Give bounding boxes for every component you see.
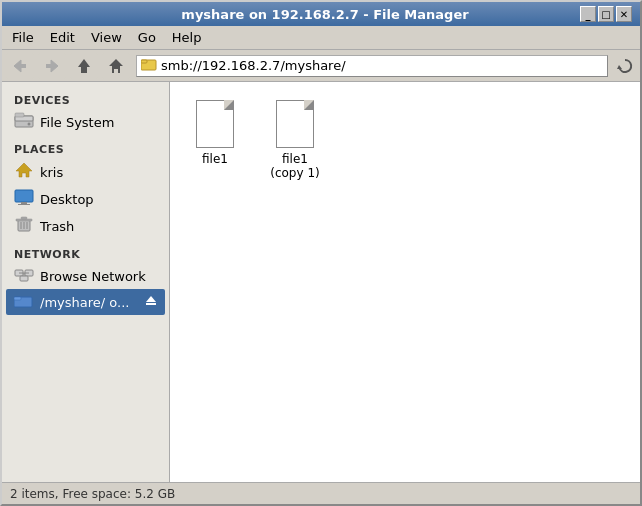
svg-rect-18 <box>16 219 32 221</box>
up-button[interactable] <box>70 53 98 79</box>
back-button[interactable] <box>6 53 34 79</box>
svg-point-11 <box>28 123 31 126</box>
home-folder-icon <box>14 161 34 183</box>
menu-file[interactable]: File <box>6 28 40 47</box>
status-bar: 2 items, Free space: 5.2 GB <box>2 482 640 504</box>
sidebar-item-myshare[interactable]: /myshare/ o... <box>6 289 165 315</box>
sidebar-item-trash-label: Trash <box>40 219 74 234</box>
up-icon <box>75 57 93 75</box>
network-icon <box>14 266 34 286</box>
maximize-button[interactable]: □ <box>598 6 614 22</box>
svg-rect-12 <box>15 113 24 117</box>
trash-icon <box>14 215 34 237</box>
menu-go[interactable]: Go <box>132 28 162 47</box>
sidebar-item-browse-network-label: Browse Network <box>40 269 146 284</box>
sidebar-item-home-label: kris <box>40 165 63 180</box>
svg-marker-5 <box>109 59 123 73</box>
svg-rect-25 <box>20 276 28 281</box>
title-bar: myshare on 192.168.2.7 - File Manager _ … <box>2 2 640 26</box>
sidebar-item-filesystem-label: File System <box>40 115 114 130</box>
sidebar-item-filesystem[interactable]: File System <box>6 109 165 135</box>
menu-bar: File Edit View Go Help <box>2 26 640 50</box>
status-text: 2 items, Free space: 5.2 GB <box>10 487 175 501</box>
file-icon-2 <box>273 96 317 148</box>
file-icon-1 <box>193 96 237 148</box>
svg-marker-2 <box>51 60 58 72</box>
address-bar[interactable]: smb://192.168.2.7/myshare/ <box>136 55 608 77</box>
svg-marker-30 <box>146 296 156 302</box>
svg-rect-29 <box>14 297 21 300</box>
drive-icon <box>14 112 34 132</box>
sidebar-item-trash[interactable]: Trash <box>6 212 165 240</box>
network-folder-icon <box>14 292 34 312</box>
main-window: myshare on 192.168.2.7 - File Manager _ … <box>0 0 642 506</box>
sidebar-item-desktop-label: Desktop <box>40 192 94 207</box>
address-text: smb://192.168.2.7/myshare/ <box>161 58 603 73</box>
sidebar-item-home[interactable]: kris <box>6 158 165 186</box>
refresh-icon <box>617 58 633 74</box>
svg-rect-16 <box>18 204 30 205</box>
svg-marker-4 <box>78 59 90 73</box>
sidebar-section-network: NETWORK <box>6 244 165 263</box>
back-icon <box>11 57 29 75</box>
svg-marker-8 <box>617 65 622 69</box>
svg-rect-7 <box>141 60 147 63</box>
minimize-button[interactable]: _ <box>580 6 596 22</box>
window-controls: _ □ ✕ <box>580 6 632 22</box>
svg-rect-1 <box>20 64 26 68</box>
desktop-icon <box>14 189 34 209</box>
sidebar-item-myshare-label: /myshare/ o... <box>40 295 129 310</box>
file-name-1: file1 <box>202 152 228 166</box>
svg-marker-0 <box>14 60 21 72</box>
svg-rect-3 <box>46 64 52 68</box>
svg-marker-13 <box>16 163 32 177</box>
file-name-2: file1 (copy 1) <box>264 152 326 180</box>
svg-rect-31 <box>146 303 156 305</box>
svg-rect-14 <box>15 190 33 202</box>
sidebar-item-desktop[interactable]: Desktop <box>6 186 165 212</box>
sidebar: DEVICES File System PLACES <box>2 82 170 482</box>
svg-rect-19 <box>21 217 27 219</box>
home-icon <box>107 57 125 75</box>
address-folder-icon <box>141 57 157 74</box>
file-item-copy[interactable]: file1 (copy 1) <box>260 92 330 184</box>
window-title: myshare on 192.168.2.7 - File Manager <box>70 7 580 22</box>
menu-help[interactable]: Help <box>166 28 208 47</box>
menu-edit[interactable]: Edit <box>44 28 81 47</box>
refresh-button[interactable] <box>614 55 636 77</box>
eject-icon[interactable] <box>145 295 157 309</box>
sidebar-section-places: PLACES <box>6 139 165 158</box>
file-view: file1 file1 (copy 1) <box>170 82 640 482</box>
svg-rect-15 <box>21 202 27 204</box>
menu-view[interactable]: View <box>85 28 128 47</box>
sidebar-section-devices: DEVICES <box>6 90 165 109</box>
sidebar-item-browse-network[interactable]: Browse Network <box>6 263 165 289</box>
file-item[interactable]: file1 <box>180 92 250 184</box>
close-button[interactable]: ✕ <box>616 6 632 22</box>
toolbar: smb://192.168.2.7/myshare/ <box>2 50 640 82</box>
forward-button[interactable] <box>38 53 66 79</box>
forward-icon <box>43 57 61 75</box>
home-button[interactable] <box>102 53 130 79</box>
main-area: DEVICES File System PLACES <box>2 82 640 482</box>
